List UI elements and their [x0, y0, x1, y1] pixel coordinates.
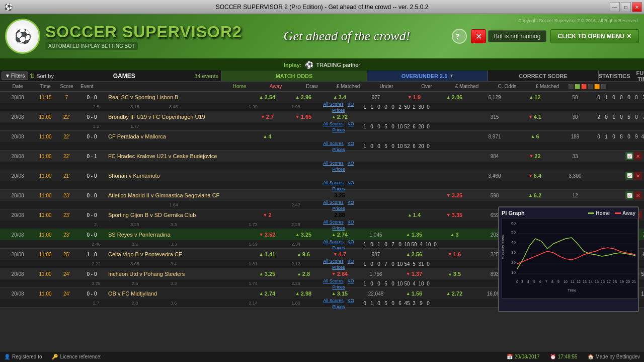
cell-codds[interactable]: ▲6.2	[515, 192, 555, 198]
cell-under[interactable]: ▼1.9	[394, 94, 434, 100]
remove-icon[interactable]: ✕	[634, 191, 642, 199]
cell-draw-odds[interactable]: 2.88	[321, 212, 358, 218]
cell-ematched-ou: 984	[474, 154, 515, 159]
sub-under-odds: 1.72	[233, 222, 273, 227]
cell-home-odds[interactable]: ▲2.74	[249, 291, 285, 297]
app-subtitle: AUTOMATED IN-PLAY BETTING BOT	[45, 42, 138, 50]
cell-draw-odds[interactable]: ▲3.4	[321, 94, 358, 100]
all-scores-link[interactable]: All Scores	[323, 259, 344, 264]
cell-over[interactable]: ▼3.35	[434, 212, 474, 218]
sub-away-odds: 2.8	[117, 301, 153, 306]
status-indicator[interactable]: ✕	[471, 29, 486, 43]
remove-icon[interactable]: ✕	[634, 172, 642, 180]
sub-row-links: All Scores KO Prices	[78, 160, 361, 172]
cell-home-odds[interactable]: ▼2	[249, 212, 285, 218]
cell-event[interactable]: CF Peralada v Mallorca	[106, 133, 249, 139]
cell-away-odds[interactable]: ▲3.25	[285, 232, 321, 238]
cell-draw-odds[interactable]: ▲2.72	[321, 114, 358, 120]
chart-icon[interactable]: 📈	[625, 172, 633, 180]
cell-home-odds[interactable]: ▲4	[249, 133, 285, 139]
sort-by-area: ⇅ Sort by	[30, 73, 54, 80]
cell-time: 11:00	[35, 212, 55, 218]
cell-minute: 24'	[55, 271, 78, 277]
cell-away-odds[interactable]: ▲9.6	[285, 251, 321, 257]
title-bar: ⚽ SOCCER SUPERVISOR 2 (Pro Edition) - Ge…	[0, 0, 644, 14]
sub-home-odds: 2.46	[78, 242, 114, 247]
cell-event[interactable]: SS Reyes v Ponferradina	[106, 232, 249, 238]
cell-stats: 📈 ✕	[595, 172, 644, 180]
help-button[interactable]: ? ▼	[452, 29, 467, 44]
all-scores-link[interactable]: All Scores	[323, 141, 344, 146]
all-scores-link[interactable]: All Scores	[323, 220, 344, 225]
all-scores-link[interactable]: All Scores	[323, 200, 344, 205]
cell-draw-odds[interactable]: ▼4.7	[321, 251, 358, 257]
cell-away-odds[interactable]: ▼1.65	[285, 114, 321, 120]
cell-under[interactable]: ▲1.35	[394, 232, 434, 238]
match-row-sub: All Scores KO Prices 1005010526200	[0, 142, 644, 150]
header-match-odds: MATCH ODDS	[221, 70, 367, 81]
cell-over[interactable]: ▲2.72	[434, 291, 474, 297]
registered-info: 👤 Registered to	[4, 354, 42, 359]
cell-away-odds[interactable]: ▲2.98	[285, 291, 321, 297]
all-scores-link[interactable]: All Scores	[323, 180, 344, 185]
cell-codds[interactable]: ▲12	[515, 94, 555, 100]
sub-stats: 110002502300	[361, 104, 432, 110]
cell-over[interactable]: ▼3.25	[434, 192, 474, 198]
cell-under[interactable]: ▲1.56	[394, 291, 434, 297]
cell-codds[interactable]: ▼22	[515, 153, 555, 159]
cell-ematched-mo: 1,045	[358, 232, 394, 238]
open-menu-button[interactable]: CLICK TO OPEN MENU ✕	[550, 29, 639, 43]
cell-codds[interactable]: ▲6	[515, 133, 555, 139]
cell-over[interactable]: ▲3	[434, 232, 474, 238]
all-scores-link[interactable]: All Scores	[323, 298, 344, 303]
remove-icon[interactable]: ✕	[634, 152, 642, 160]
cell-away-odds[interactable]: ▲2.96	[285, 94, 321, 100]
cell-event[interactable]: FC Hradec Kralove U21 v Ceske Budejovice	[106, 153, 249, 159]
cell-minute: 23'	[55, 212, 78, 218]
window-controls[interactable]: — □ ✕	[610, 2, 642, 12]
close-button[interactable]: ✕	[632, 2, 642, 12]
cell-away-odds[interactable]: ▲2.8	[285, 271, 321, 277]
svg-text:13: 13	[583, 280, 587, 283]
cell-home-odds[interactable]: ▲3.25	[249, 271, 285, 277]
cell-event[interactable]: Incheon Utd v Pohang Steelers	[106, 271, 249, 277]
filters-button[interactable]: ▼ Filters	[2, 71, 28, 80]
cell-draw-odds[interactable]: 3.25	[321, 192, 358, 198]
cell-event[interactable]: Atletico Madrid II v Gimnastica Segovian…	[106, 192, 249, 198]
trading-icon: ⚽	[305, 61, 313, 69]
all-scores-link[interactable]: All Scores	[323, 121, 344, 126]
cell-home-odds[interactable]: ▲1.41	[249, 251, 285, 257]
cell-under[interactable]: ▼1.37	[394, 271, 434, 277]
cell-over[interactable]: ▲3.5	[434, 271, 474, 277]
cell-event[interactable]: Sporting Gijon B v SD Gernika Club	[106, 212, 249, 218]
cell-event[interactable]: Real SC v Sporting Lisbon B	[106, 94, 249, 100]
overunder-dropdown-arrow[interactable]: ▼	[449, 74, 453, 78]
cell-codds[interactable]: ▼4.1	[515, 114, 555, 120]
cell-under[interactable]: ▲2.56	[394, 251, 434, 257]
cell-under[interactable]: ▲1.4	[394, 212, 434, 218]
cell-event[interactable]: OB v FC Midtjylland	[106, 291, 249, 297]
cell-time: 11:00	[35, 173, 55, 179]
cell-draw-odds[interactable]: ▼2.84	[321, 271, 358, 277]
cell-draw-odds[interactable]: ▲2.74	[321, 232, 358, 238]
cell-event[interactable]: Celta Vigo B v Pontevedra CF	[106, 251, 249, 257]
sub-under-odds: 1.69	[233, 242, 273, 247]
all-scores-link[interactable]: All Scores	[323, 102, 344, 107]
cell-home-odds[interactable]: ▼2.52	[249, 232, 285, 238]
cell-event[interactable]: Shonan v Kumamoto	[106, 173, 249, 179]
cell-home-odds[interactable]: ▼2.7	[249, 114, 285, 120]
cell-over[interactable]: ▼1.6	[434, 251, 474, 257]
all-scores-link[interactable]: All Scores	[323, 161, 344, 166]
cell-over[interactable]: ▲2.06	[434, 94, 474, 100]
bottom-bar: 👤 Registered to 🔑 Licence reference: 📅 2…	[0, 351, 644, 362]
cell-draw-odds[interactable]: ▲3.15	[321, 291, 358, 297]
chart-icon[interactable]: 📈	[625, 191, 633, 199]
chart-icon[interactable]: 📈	[625, 152, 633, 160]
maximize-button[interactable]: □	[621, 2, 631, 12]
cell-home-odds[interactable]: ▲2.54	[249, 94, 285, 100]
minimize-button[interactable]: —	[610, 2, 620, 12]
all-scores-link[interactable]: All Scores	[323, 239, 344, 244]
all-scores-link[interactable]: All Scores	[323, 278, 344, 283]
cell-event[interactable]: Brondby IF U19 v FC Copenhagen U19	[106, 114, 249, 120]
cell-codds[interactable]: ▼8.4	[515, 173, 555, 179]
